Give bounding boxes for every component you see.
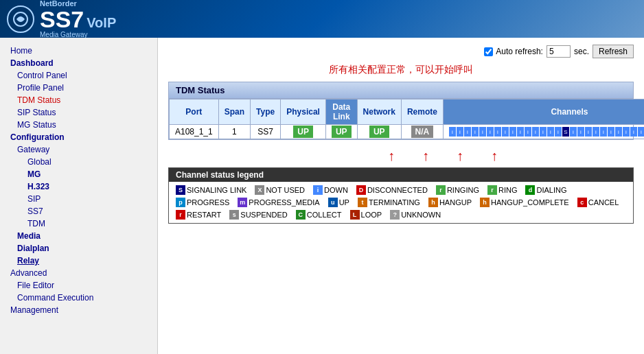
- cell-network: UP: [357, 125, 401, 139]
- sidebar-item-h323[interactable]: H.323: [0, 180, 157, 193]
- channel-cell: i: [494, 127, 501, 137]
- legend-down: i DOWN: [313, 185, 348, 195]
- logo-icon: [7, 5, 34, 33]
- legend-not-used: X NOT USED: [255, 185, 305, 195]
- legend-disconnected: D DISCONNECTED: [356, 185, 428, 195]
- legend-loop: L LOOP: [350, 210, 382, 220]
- sidebar-item-configuration[interactable]: Configuration: [0, 131, 157, 143]
- channel-cell: i: [600, 127, 607, 137]
- legend-ringing: r RINGING: [436, 185, 479, 195]
- cell-port: A108_1_1: [170, 125, 219, 139]
- channel-cell: i: [593, 127, 599, 137]
- sidebar-item-dashboard[interactable]: Dashboard: [0, 57, 157, 69]
- cell-span: 1: [218, 125, 250, 139]
- auto-refresh-checkbox[interactable]: [484, 47, 493, 56]
- channel-cell: i: [517, 127, 524, 137]
- cell-datalink: UP: [325, 125, 357, 139]
- legend-row-2: p PROGRESS m PROGRESS_MEDIA u UP t TERMI…: [176, 198, 626, 207]
- channel-cell: i: [472, 127, 479, 137]
- sidebar-item-sip-status[interactable]: SIP Status: [0, 106, 157, 119]
- logo-area: NetBorder SS7 VoIP Media Gateway: [7, 0, 116, 38]
- logo-voip: VoIP: [87, 15, 116, 31]
- channel-cell: i: [509, 127, 516, 137]
- legend-collect: C COLLECT: [296, 210, 342, 220]
- legend-section: Channel status legend S SIGNALING LINK X…: [168, 167, 634, 224]
- sidebar-item-relay[interactable]: Relay: [0, 255, 157, 267]
- legend-hangup-complete: h HANGUP_COMPLETE: [480, 198, 569, 207]
- channel-cell: i: [555, 127, 562, 137]
- legend-progress-media: m PROGRESS_MEDIA: [238, 198, 319, 207]
- channel-cell: i: [525, 127, 531, 137]
- legend-suspended: s SUSPENDED: [229, 210, 287, 220]
- logo-text-block: NetBorder SS7 VoIP Media Gateway: [40, 0, 116, 38]
- col-channels: Channels: [443, 99, 644, 125]
- legend-ring: r RING: [487, 185, 518, 195]
- table-row: A108_1_1 1 SS7 UP UP UP N/A iiiiiiiiiiii…: [170, 125, 645, 139]
- legend-up: u UP: [328, 198, 349, 207]
- sidebar-item-home[interactable]: Home: [0, 45, 157, 57]
- top-bar: Auto refresh: sec. Refresh: [168, 45, 634, 58]
- sidebar-item-dialplan[interactable]: Dialplan: [0, 242, 157, 255]
- sidebar-item-file-editor[interactable]: File Editor: [0, 279, 157, 292]
- channel-cell: i: [487, 127, 494, 137]
- col-remote: Remote: [401, 99, 443, 125]
- cell-type: SS7: [251, 125, 281, 139]
- sidebar-item-management[interactable]: Management: [0, 304, 157, 316]
- channel-cell: i: [608, 127, 614, 137]
- sidebar-item-gateway[interactable]: Gateway: [0, 143, 157, 156]
- sidebar-item-mg-status[interactable]: MG Status: [0, 119, 157, 131]
- chinese-notice: 所有相关配置正常，可以开始呼叫: [168, 64, 634, 76]
- legend-hangup: h HANGUP: [428, 198, 472, 207]
- sidebar-item-advanced[interactable]: Advanced: [0, 267, 157, 279]
- refresh-button[interactable]: Refresh: [593, 45, 634, 58]
- legend-progress: p PROGRESS: [176, 198, 229, 207]
- arrow-1: ↑: [388, 148, 395, 164]
- sidebar-item-profile-panel[interactable]: Profile Panel: [0, 82, 157, 94]
- channel-cell: i: [577, 127, 584, 137]
- arrow-2: ↑: [422, 148, 429, 164]
- sidebar-item-global[interactable]: Global: [0, 156, 157, 168]
- channel-cell: i: [570, 127, 577, 137]
- sidebar-item-media[interactable]: Media: [0, 230, 157, 242]
- sidebar-item-sip[interactable]: SIP: [0, 193, 157, 205]
- sidebar-item-tdm[interactable]: TDM: [0, 217, 157, 230]
- refresh-interval-input[interactable]: [547, 45, 571, 58]
- sidebar-item-ss7[interactable]: SS7: [0, 205, 157, 217]
- channel-cell: i: [615, 127, 622, 137]
- channel-cell: i: [540, 127, 547, 137]
- channel-cell: i: [547, 127, 554, 137]
- channel-cell: i: [449, 127, 456, 137]
- channel-cell: i: [585, 127, 592, 137]
- cell-physical: UP: [281, 125, 326, 139]
- channel-cell: S: [562, 127, 569, 137]
- auto-refresh-label: Auto refresh:: [484, 47, 543, 56]
- col-network: Network: [357, 99, 401, 125]
- legend-unknown: ? UNKNOWN: [390, 210, 441, 220]
- sidebar-item-command-execution[interactable]: Command Execution: [0, 292, 157, 304]
- sidebar-item-control-panel[interactable]: Control Panel: [0, 69, 157, 82]
- legend-content: S SIGNALING LINK X NOT USED i DOWN D DIS…: [169, 182, 633, 223]
- sidebar: Home Dashboard Control Panel Profile Pan…: [0, 38, 158, 354]
- arrow-4: ↑: [491, 148, 498, 164]
- auto-refresh-text: Auto refresh:: [496, 47, 543, 56]
- sidebar-item-tdm-status[interactable]: TDM Status: [0, 94, 157, 106]
- legend-row-3: r RESTART s SUSPENDED C COLLECT L LOOP ?…: [176, 210, 626, 220]
- tdm-status-title: TDM Status: [169, 82, 633, 99]
- legend-dialing: d DIALING: [525, 185, 566, 195]
- legend-terminating: t TERMINATING: [358, 198, 420, 207]
- col-datalink: DataLink: [325, 99, 357, 125]
- cell-remote: N/A: [401, 125, 443, 139]
- content-area: Auto refresh: sec. Refresh 所有相关配置正常，可以开始…: [158, 38, 644, 354]
- legend-row-1: S SIGNALING LINK X NOT USED i DOWN D DIS…: [176, 185, 626, 195]
- cell-channels: iiiiiiiiiiiiiiiSiiiiiiiiiiiiiiii: [443, 125, 644, 139]
- logo-ss7: SS7: [40, 8, 84, 31]
- legend-title: Channel status legend: [169, 168, 633, 182]
- legend-cancel: c CANCEL: [577, 198, 619, 207]
- channel-cell: i: [623, 127, 630, 137]
- channel-cell: i: [502, 127, 509, 137]
- sidebar-item-mg[interactable]: MG: [0, 168, 157, 180]
- sec-label: sec.: [574, 47, 589, 56]
- sidebar-arrow: →: [158, 109, 159, 121]
- channel-cell: i: [638, 127, 644, 137]
- col-port: Port: [170, 99, 219, 125]
